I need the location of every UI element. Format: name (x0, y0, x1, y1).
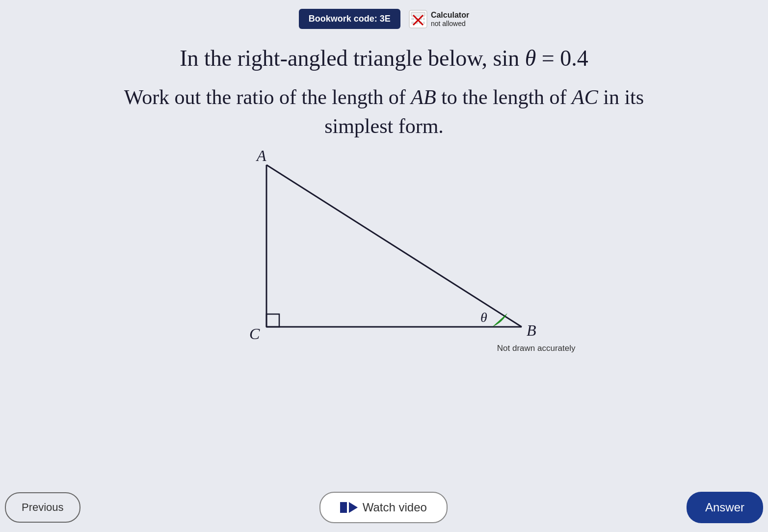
svg-text:A: A (256, 150, 266, 164)
answer-button[interactable]: Answer (687, 492, 763, 523)
calculator-text: Calculator not allowed (431, 11, 469, 27)
header: Bookwork code: 3E Calculator not allowed (0, 0, 768, 34)
svg-text:C: C (249, 325, 260, 343)
previous-button[interactable]: Previous (5, 492, 80, 523)
question-title: In the right-angled triangle below, sin … (0, 34, 768, 78)
svg-text:B: B (527, 321, 536, 339)
bottom-bar: Previous Watch video Answer (0, 483, 768, 532)
svg-rect-2 (411, 18, 414, 20)
svg-rect-9 (423, 22, 425, 24)
triangle-diagram: A B C θ (208, 150, 561, 356)
triangle-area: A B C θ Not drawn accurately (0, 150, 768, 358)
bookwork-code: Bookwork code: 3E (299, 9, 400, 29)
video-icon (340, 502, 358, 513)
svg-rect-5 (423, 18, 425, 20)
watch-video-button[interactable]: Watch video (319, 492, 448, 523)
svg-rect-15 (266, 314, 279, 327)
question-body: Work out the ratio of the length of AB t… (0, 78, 768, 141)
svg-line-14 (266, 165, 522, 327)
svg-text:θ: θ (480, 310, 487, 325)
calculator-icon (408, 9, 428, 29)
not-drawn-label: Not drawn accurately (497, 344, 576, 353)
calculator-badge: Calculator not allowed (408, 9, 469, 29)
